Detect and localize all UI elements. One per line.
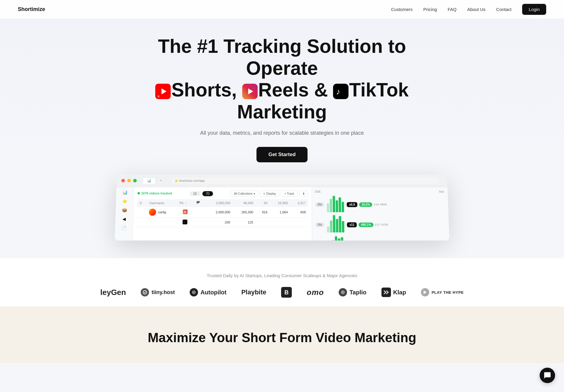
taplio-icon — [339, 288, 347, 296]
nav-contact[interactable]: Contact — [496, 7, 512, 12]
tiinyhost-icon — [141, 288, 149, 296]
get-started-button[interactable]: Get Started — [256, 147, 308, 162]
hero-subtitle: All your data, metrics, and reports for … — [0, 130, 564, 136]
dashboard-table: S Username Plt. ↑ 🏴 2,600,000 48,400 94 … — [137, 199, 308, 227]
browser-tab: 📊 — [142, 177, 156, 184]
col-subs: 48,400 — [233, 199, 256, 207]
autopilot-icon — [190, 288, 198, 296]
trusted-section: Trusted Daily by AI Startups, Leading Co… — [0, 258, 564, 307]
cell-subs: 265,300 — [233, 207, 256, 218]
dashboard-chart-area: Outl. Incr. 0% — [312, 187, 449, 241]
logo-autopilot: Autopilot — [190, 288, 226, 296]
col-views: 2,600,000 — [206, 199, 233, 207]
tiinyhost-text: tiiny.host — [151, 289, 175, 296]
time-2: 0:17 — [375, 223, 380, 226]
taplio-text: Taplio — [349, 289, 366, 296]
chart-row-2: 0% x11 490.1% 0:17 07/26 — [315, 216, 446, 234]
nav-logo[interactable]: Shortimize — [18, 6, 45, 12]
b-icon: B — [281, 287, 292, 298]
time-filters: 1D 7D — [189, 191, 213, 196]
bar-12 — [342, 221, 344, 232]
svg-text:♪: ♪ — [184, 221, 185, 224]
cell-views2: 200 — [206, 218, 233, 227]
bar-3 — [333, 196, 335, 212]
navbar: Shortimize Customers Pricing FAQ About U… — [0, 0, 564, 19]
chart-outl-label: Outl. — [315, 190, 321, 193]
cell-videos: 916 — [256, 207, 270, 218]
nav-pricing[interactable]: Pricing — [423, 7, 437, 12]
svg-point-16 — [342, 292, 343, 293]
time-1d[interactable]: 1D — [189, 191, 200, 196]
url-bar: ⭐ shortimize.com/app — [175, 179, 205, 182]
autopilot-text: Autopilot — [200, 289, 226, 296]
dashboard-screenshot: 📊 + ⭐ shortimize.com/app 📊 ⭐ 📦 ◀ 📄 — [115, 174, 449, 240]
cell-flag2 — [193, 218, 206, 227]
bar-2 — [330, 199, 332, 212]
bar-15 — [335, 237, 338, 241]
table-row: ruefig — [137, 207, 308, 218]
control-buttons: All Collections ▾ ≡ Display + Track ⬇ — [231, 191, 308, 197]
sidebar-icon-5: 📄 — [121, 226, 127, 230]
sidebar-icon-2: ⭐ — [122, 199, 127, 204]
collections-btn[interactable]: All Collections ▾ — [231, 191, 259, 197]
col-comments: 2,617 — [290, 199, 308, 207]
sidebar-icon-1: 📊 — [122, 190, 127, 195]
b-text: B — [284, 289, 289, 296]
mini-chart-1 — [326, 196, 346, 214]
track-btn[interactable]: + Track — [281, 191, 297, 197]
cell-empty3 — [256, 218, 270, 227]
playbite-text: Playbite — [241, 288, 266, 296]
logo-playthehype: PLAY THE HYPE — [421, 288, 464, 296]
display-btn[interactable]: ≡ Display — [260, 191, 279, 197]
sidebar-icon-3: 📦 — [122, 208, 127, 212]
mult-2: x11 — [347, 222, 357, 227]
svg-point-14 — [193, 292, 194, 293]
cell-flag — [194, 207, 206, 218]
trusted-label: Trusted Daily by AI Startups, Leading Co… — [0, 273, 564, 278]
mini-chart-2 — [326, 216, 346, 234]
time-1: 0:04 — [374, 203, 379, 206]
dashboard-sidebar: 📊 ⭐ 📦 ◀ 📄 — [115, 187, 134, 241]
svg-rect-5 — [333, 84, 348, 99]
logo-tiinyhost: tiiny.host — [141, 288, 175, 296]
time-7d[interactable]: 7D — [202, 191, 213, 196]
login-button[interactable]: Login — [522, 4, 546, 15]
col-flag: 🏴 — [194, 199, 206, 207]
col-likes: 16,900 — [270, 199, 290, 207]
logo-klap: Klap — [381, 288, 406, 297]
nav-about-us[interactable]: About Us — [467, 7, 486, 12]
avatar — [149, 209, 156, 216]
tiinyhost-svg — [142, 290, 147, 295]
date-1: 08/06 — [380, 203, 387, 206]
bar-14 — [332, 240, 334, 241]
playthehype-text: PLAY THE HYPE — [432, 290, 464, 295]
download-btn[interactable]: ⬇ — [299, 191, 308, 197]
cell-comments: 608 — [290, 207, 308, 218]
bar-11 — [339, 216, 342, 232]
chart-header: Outl. Incr. — [315, 190, 445, 193]
table-row: ♪ 200 125 — [137, 218, 308, 227]
browser-dot-yellow — [127, 179, 131, 182]
browser-dot-green — [133, 179, 137, 182]
playthehype-svg — [423, 290, 427, 294]
nav-faq[interactable]: FAQ — [448, 7, 457, 12]
dashboard-header-controls: 1070 videos tracked 1D 7D All Collection… — [137, 191, 308, 197]
cell-subs2: 125 — [232, 218, 256, 227]
pct-green-1: 18.2% — [359, 202, 373, 207]
bar-1 — [327, 203, 329, 212]
tracked-count: 1070 videos tracked — [137, 191, 172, 195]
nav-customers[interactable]: Customers — [391, 7, 413, 12]
col-s: S — [137, 199, 147, 207]
cell-platform-instagram — [177, 207, 194, 218]
cell-empty2 — [137, 218, 146, 227]
bar-16 — [338, 239, 340, 241]
sidebar-icon-4: ◀ — [123, 217, 126, 221]
col-platform: Plt. ↑ — [177, 199, 194, 207]
bottom-section: Maximize Your Short Form Video Marketing — [0, 307, 564, 363]
dashboard-content: 📊 ⭐ 📦 ◀ 📄 1070 videos tracked 1D — [115, 187, 449, 241]
chart-row-1: 0% x6.9 18.2% 0:04 08/06 — [315, 196, 446, 214]
taplio-svg — [340, 290, 345, 295]
heygen-text: leyGen — [100, 288, 126, 297]
chart-incr-label: Incr. — [439, 190, 445, 193]
mini-chart-3 — [328, 236, 348, 241]
